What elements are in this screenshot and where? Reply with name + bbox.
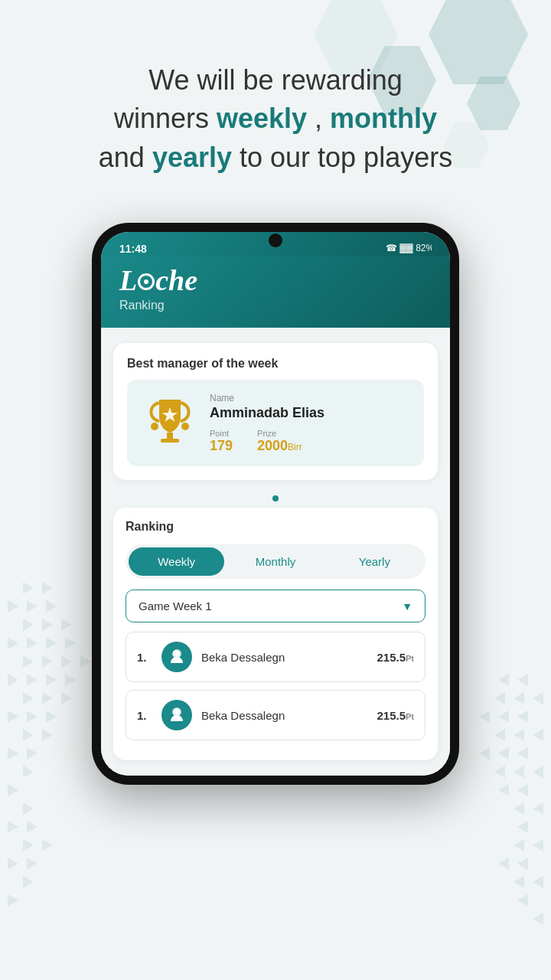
svg-marker-38 xyxy=(27,858,37,870)
svg-point-75 xyxy=(151,423,158,430)
player-1-points: 215.5Pt xyxy=(377,651,414,664)
status-time: 11:48 xyxy=(119,243,147,255)
svg-marker-36 xyxy=(42,839,53,851)
svg-marker-67 xyxy=(533,876,543,888)
svg-marker-69 xyxy=(517,894,528,906)
player-1-name: Beka Dessalegn xyxy=(201,651,367,664)
svg-marker-68 xyxy=(514,876,524,888)
rank-2-number: 1. xyxy=(137,709,152,722)
svg-marker-34 xyxy=(27,821,37,833)
svg-text:☎ ▓▓ 82%: ☎ ▓▓ 82% xyxy=(386,243,432,253)
status-bar: 11:48 ☎ ▓▓ 82% xyxy=(101,232,450,256)
content-area: Best manager of the week xyxy=(101,328,450,776)
trophy-icon xyxy=(142,392,197,454)
svg-marker-65 xyxy=(517,858,528,870)
player-2-points: 215.5Pt xyxy=(377,709,414,722)
best-manager-title: Best manager of the week xyxy=(127,357,424,371)
svg-marker-40 xyxy=(8,894,18,906)
header-line2-prefix: winners xyxy=(114,103,217,134)
player-1-avatar xyxy=(161,642,192,672)
ranking-section-title: Ranking xyxy=(126,520,425,534)
header-line3-prefix: and xyxy=(99,142,152,173)
point-number: 179 xyxy=(210,438,233,453)
game-week-dropdown[interactable]: Game Week 1 ▼ xyxy=(126,590,425,622)
prize-number: 2000 xyxy=(257,438,288,453)
tab-yearly[interactable]: Yearly xyxy=(327,547,422,576)
phone-screen: 11:48 ☎ ▓▓ 82% Lche Ranking xyxy=(101,232,450,776)
prize-value: 2000Birr xyxy=(257,438,302,454)
phone-container: 11:48 ☎ ▓▓ 82% Lche Ranking xyxy=(0,207,551,815)
svg-rect-73 xyxy=(161,439,179,443)
rank-1-number: 1. xyxy=(137,651,152,664)
player-2-pt-unit: Pt xyxy=(406,712,414,721)
app-ranking-label: Ranking xyxy=(119,299,432,312)
manager-card: Name Amminadab Elias Point 179 xyxy=(127,380,424,466)
header-line3-suffix: to our top players xyxy=(232,142,452,173)
manager-stats: Point 179 Prize 2000Birr xyxy=(210,429,409,454)
header-monthly: monthly xyxy=(330,103,437,134)
svg-marker-64 xyxy=(514,839,524,851)
app-logo: Lche xyxy=(119,263,432,297)
svg-marker-35 xyxy=(23,839,34,851)
tab-weekly[interactable]: Weekly xyxy=(129,547,224,576)
stat-prize: Prize 2000Birr xyxy=(257,429,302,454)
svg-marker-33 xyxy=(8,821,18,833)
point-label: Point xyxy=(210,429,233,438)
svg-marker-37 xyxy=(8,858,18,870)
svg-marker-62 xyxy=(517,821,528,833)
app-header: Lche Ranking xyxy=(101,256,450,328)
stat-point: Point 179 xyxy=(210,429,233,454)
svg-point-76 xyxy=(181,423,189,430)
manager-name: Amminadab Elias xyxy=(210,405,409,421)
player-1-pt-unit: Pt xyxy=(406,654,414,663)
prize-unit: Birr xyxy=(288,442,302,452)
carousel-dot-active xyxy=(272,495,279,501)
svg-rect-72 xyxy=(167,433,173,439)
point-value: 179 xyxy=(210,438,233,454)
manager-info: Name Amminadab Elias Point 179 xyxy=(210,393,409,454)
phone-mockup: 11:48 ☎ ▓▓ 82% Lche Ranking xyxy=(92,223,459,785)
player-1-points-value: 215.5 xyxy=(377,651,406,664)
status-icons: ☎ ▓▓ 82% xyxy=(386,241,432,256)
header-weekly: weekly xyxy=(217,103,307,134)
leaderboard-row-2: 1. Beka Dessalegn 215.5Pt xyxy=(126,690,425,740)
svg-marker-66 xyxy=(498,858,509,870)
leaderboard-row-1: 1. Beka Dessalegn 21 xyxy=(126,632,425,682)
player-2-name: Beka Dessalegn xyxy=(201,709,367,722)
svg-marker-39 xyxy=(23,876,34,888)
header-yearly: yearly xyxy=(152,142,232,173)
manager-name-label: Name xyxy=(210,393,409,403)
dropdown-label: Game Week 1 xyxy=(139,599,212,612)
header-line1: We will be rewarding xyxy=(148,64,402,96)
ranking-section: Ranking Weekly Monthly Yearly Game Week … xyxy=(113,508,438,760)
prize-label: Prize xyxy=(257,429,302,438)
carousel-dots xyxy=(113,491,438,505)
camera-notch xyxy=(269,234,282,247)
svg-marker-70 xyxy=(533,913,543,925)
player-2-avatar xyxy=(161,700,192,730)
header-comma: , xyxy=(307,103,322,134)
best-manager-section: Best manager of the week xyxy=(113,343,438,480)
ranking-tabs: Weekly Monthly Yearly xyxy=(126,544,425,579)
dropdown-arrow-icon: ▼ xyxy=(402,600,412,612)
header-text: We will be rewarding winners weekly , mo… xyxy=(0,0,551,207)
tab-monthly[interactable]: Monthly xyxy=(227,547,323,576)
svg-marker-63 xyxy=(533,839,543,851)
player-2-points-value: 215.5 xyxy=(377,709,406,722)
